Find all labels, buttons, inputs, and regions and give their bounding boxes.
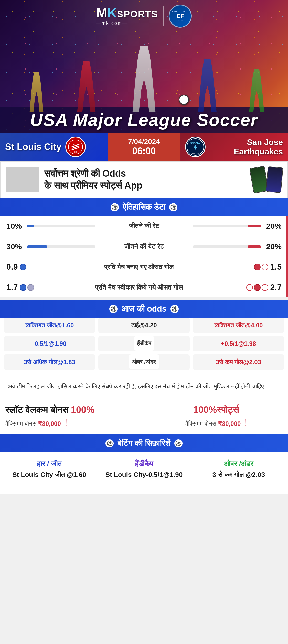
rec-value-1: St Louis City जीत @1.60 (6, 471, 92, 479)
rec-label-1: हार / जीत (6, 460, 92, 468)
bonus-right-title: 100%स्पोर्ट्स (149, 405, 283, 415)
odds-handicap-right[interactable]: +0.5/1@1.98 (193, 336, 284, 351)
ball-0-r2 (262, 264, 268, 270)
phone-image-2 (266, 166, 283, 193)
ball-icon-rec-left: ⚽ (105, 439, 114, 447)
odds-handicap-left[interactable]: -0.5/1@1.90 (4, 336, 95, 351)
team-left-section: St Louis City CITY SC (0, 133, 108, 161)
ball-0-r1 (254, 264, 261, 270)
empoli-ef: EF (177, 13, 184, 19)
logo-bar: M K SPORTS —mk.com— EMPOLI F.C. EF 1920 (96, 0, 192, 28)
logo-divider (163, 6, 164, 26)
hero-players-area (0, 15, 288, 112)
bonus-left[interactable]: स्लॉट वेलकम बोनस 100% मैक्सिमम बोनस ₹30,… (0, 398, 144, 434)
analysis-text: अवे टीम फिलहाल जीत हासिल करने के लिए संघ… (8, 382, 280, 391)
player-far-left (29, 72, 44, 112)
bonus-right[interactable]: 100%स्पोर्ट्स मैक्सिमम बोनस ₹30,000 ! (144, 398, 288, 434)
odds-over-left[interactable]: 3से अधिक गोल@1.83 (4, 354, 95, 370)
promo-placeholder-image (6, 167, 39, 192)
historical-header: ⚽ ऐतिहासिक डेटा ⚽ (0, 198, 288, 216)
soccer-ball-hero (179, 95, 189, 105)
betting-rec-header-text: बेटिंग की सिफ़ारिशें (118, 439, 170, 448)
promo-banner[interactable]: सर्वोत्तम श्रेणी की Odds के साथ प्रीमियर… (0, 161, 288, 198)
goals-right-val-1: 2.7 (270, 283, 282, 292)
hero-title: USA Major League Soccer (5, 110, 283, 130)
odds-tie-val: टाई@4.20 (131, 322, 157, 329)
goals-center-label-0: प्रति मैच बनाए गए औसत गोल (37, 263, 241, 271)
bonus-right-exclaim: ! (242, 417, 247, 428)
promo-phones (236, 167, 282, 192)
stat-right-pct-1: 20% (261, 242, 282, 251)
quakes-badge-svg: QUAKES SAN JOSE (186, 138, 204, 156)
empoli-year: 1920 (178, 19, 183, 22)
stat-left-pct-1: 30% (6, 242, 27, 251)
bonus-left-amount: ₹30,000 (38, 420, 61, 427)
bonus-section[interactable]: स्लॉट वेलकम बोनस 100% मैक्सिमम बोनस ₹30,… (0, 398, 288, 434)
goals-center-label-1: प्रति मैच स्वीकार किये गये औसत गोल (37, 283, 241, 291)
stat-row-goals-scored: 0.9 प्रति मैच बनाए गए औसत गोल 1.5 (0, 257, 288, 277)
odds-header-text: आज की odds (121, 304, 166, 314)
odds-win-right[interactable]: व्यक्तिगत जीत@4.00 (193, 318, 284, 333)
ball-1-r2 (254, 284, 261, 291)
goals-right-val-0: 1.5 (270, 262, 282, 272)
team-left-badge: CITY SC (65, 137, 86, 157)
rec-label-3: ओवर /अंडर (196, 460, 282, 468)
stat-goals-right-1: 2.7 (241, 283, 282, 292)
rec-cell-2: हैंडीकैप St Louis City-0.5/1@1.90 (99, 457, 189, 481)
promo-text: सर्वोत्तम श्रेणी की Odds के साथ प्रीमियर… (44, 168, 231, 192)
odds-handicap-label: हैंडीकैप (134, 336, 154, 351)
goal-balls-right-0 (254, 264, 268, 270)
match-center: 7/04/2024 06:00 (108, 133, 180, 161)
betting-rec-header: ⚽ बेटिंग की सिफ़ारिशें ⚽ (0, 434, 288, 452)
stat-goals-left-1: 1.7 (6, 283, 37, 292)
promo-line2: के साथ प्रीमियर स्पोर्ट्स App (44, 180, 231, 192)
stat-label-1: जीतने की बेट रेट (101, 243, 188, 250)
empoli-badge: EMPOLI F.C. EF 1920 (169, 5, 192, 28)
team-right-section: QUAKES SAN JOSE San Jose Earthquakes (180, 133, 288, 161)
player-center (131, 46, 157, 112)
odds-tie-center[interactable]: टाई@4.20 (98, 318, 190, 333)
stat-bar-right-1 (193, 245, 261, 248)
stat-right-pct-0: 20% (261, 222, 282, 231)
team-left-name: St Louis City (5, 142, 61, 152)
historical-header-text: ऐतिहासिक डेटा (123, 202, 166, 212)
stat-row-goals-conceded: 1.7 प्रति मैच स्वीकार किये गये औसत गोल 2… (0, 277, 288, 298)
ball-1-l1 (20, 284, 26, 291)
promo-line1: सर्वोत्तम श्रेणी की Odds (44, 168, 231, 180)
ball-icon-right: ⚽ (169, 203, 177, 211)
bonus-left-pct: 100% (71, 405, 94, 415)
odds-header: ⚽ आज की odds ⚽ (0, 300, 288, 318)
ball-icon-rec-right: ⚽ (174, 439, 183, 447)
goals-left-val-0: 0.9 (6, 262, 18, 272)
bonus-left-subtitle-text: मैक्सिमम बोनस (5, 420, 38, 427)
match-bar: St Louis City CITY SC 7/04/2024 06:00 QU… (0, 133, 288, 161)
ball-1-r1 (246, 284, 253, 291)
odds-over-right-val: 3से कम गोल@2.03 (216, 359, 261, 365)
ball-1-r3 (262, 284, 268, 291)
bonus-left-title-text: स्लॉट वेलकम बोनस (5, 405, 71, 415)
player-right (197, 59, 218, 112)
match-date: 7/04/2024 (128, 137, 160, 146)
ball-icon-left: ⚽ (111, 203, 119, 211)
odds-section: व्यक्तिगत जीत@1.60 टाई@4.20 व्यक्तिगत जी… (0, 318, 288, 375)
player-far-right (248, 69, 265, 112)
logo-domain: —mk.com— (96, 20, 128, 26)
svg-text:SC: SC (74, 151, 77, 153)
historical-section: 10% जीतने की रेट 20% 30% जीतने की बेट रे… (0, 216, 288, 298)
odds-win-left[interactable]: व्यक्तिगत जीत@1.60 (4, 318, 95, 333)
odds-over-center: ओवर /अंडर (98, 354, 190, 370)
betting-rec-grid: हार / जीत St Louis City जीत @1.60 हैंडीक… (0, 452, 288, 486)
stat-bar-left-fill-0 (27, 225, 34, 227)
odds-win-right-val: व्यक्तिगत जीत@4.00 (214, 322, 263, 329)
odds-over-right[interactable]: 3से कम गोल@2.03 (193, 354, 284, 370)
logo-m: M (96, 6, 107, 19)
odds-handicap-center: हैंडीकैप (98, 336, 190, 351)
odds-row-2: -0.5/1@1.90 हैंडीकैप +0.5/1@1.98 (0, 336, 288, 354)
stat-bar-right-fill-1 (248, 245, 261, 248)
ball-1-l2 (27, 284, 34, 291)
ball-0-l (20, 264, 26, 270)
stat-bar-right-fill-0 (248, 225, 261, 227)
bonus-left-title: स्लॉट वेलकम बोनस 100% (5, 405, 139, 415)
ball-icon-odds-left: ⚽ (109, 305, 118, 313)
betting-rec-section: हार / जीत St Louis City जीत @1.60 हैंडीक… (0, 452, 288, 486)
